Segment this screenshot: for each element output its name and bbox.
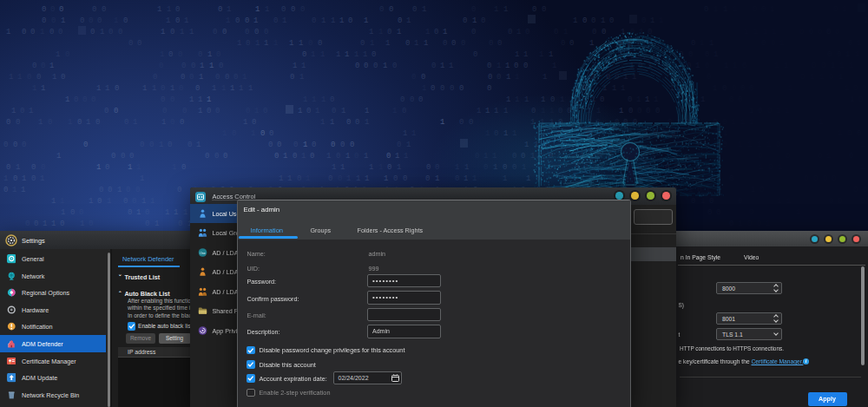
svg-text:0: 0 [387, 163, 391, 172]
svg-text:0: 0 [205, 152, 209, 161]
svg-text:0: 0 [235, 16, 240, 25]
svg-text:0: 0 [32, 62, 36, 70]
svg-text:1: 1 [198, 107, 202, 115]
svg-text:0: 0 [827, 50, 832, 59]
svg-text:0: 0 [223, 152, 227, 161]
svg-text:1: 1 [650, 16, 654, 25]
svg-text:1: 1 [196, 141, 201, 149]
svg-text:1: 1 [425, 28, 430, 36]
svg-text:1: 1 [303, 141, 307, 149]
svg-text:1: 1 [632, 73, 636, 82]
svg-text:0: 0 [181, 62, 186, 70]
svg-text:0: 0 [525, 28, 529, 36]
svg-text:1: 1 [411, 129, 416, 138]
svg-text:0: 0 [800, 73, 805, 82]
svg-text:1: 1 [784, 62, 788, 70]
svg-text:1: 1 [320, 50, 325, 59]
svg-text:1: 1 [723, 5, 727, 14]
svg-text:1: 1 [363, 50, 367, 59]
svg-text:1: 1 [170, 84, 174, 93]
svg-text:1: 1 [449, 62, 453, 70]
svg-text:0: 0 [346, 118, 351, 127]
svg-text:0: 0 [291, 5, 295, 14]
svg-text:0: 0 [863, 186, 867, 194]
svg-text:1: 1 [255, 5, 260, 14]
svg-text:0: 0 [263, 107, 267, 115]
svg-text:1: 1 [378, 163, 383, 172]
svg-text:0: 0 [443, 39, 447, 48]
svg-text:1: 1 [311, 50, 315, 59]
svg-text:1: 1 [227, 5, 231, 14]
svg-text:0: 0 [823, 174, 827, 183]
svg-text:0: 0 [132, 197, 136, 206]
svg-text:1: 1 [621, 28, 625, 36]
svg-text:0: 0 [222, 28, 227, 36]
svg-text:1: 1 [159, 141, 163, 149]
svg-text:0: 0 [268, 141, 273, 149]
svg-text:1: 1 [340, 163, 345, 172]
svg-text:1: 1 [299, 39, 303, 48]
svg-text:1: 1 [424, 39, 428, 48]
svg-text:1: 1 [12, 186, 16, 194]
svg-text:1: 1 [515, 73, 519, 82]
svg-text:0: 0 [705, 50, 709, 59]
svg-text:0: 0 [108, 28, 113, 36]
svg-text:0: 0 [274, 152, 279, 161]
svg-text:1: 1 [114, 16, 118, 25]
svg-text:0: 0 [312, 16, 316, 25]
svg-text:1: 1 [142, 84, 147, 93]
svg-text:1: 1 [283, 152, 287, 161]
svg-text:0: 0 [123, 16, 128, 25]
svg-text:1: 1 [506, 73, 510, 82]
svg-text:0: 0 [761, 5, 766, 14]
svg-text:1: 1 [392, 107, 397, 115]
svg-text:0: 0 [405, 39, 410, 48]
svg-text:1: 1 [700, 39, 704, 48]
svg-text:1: 1 [184, 16, 188, 25]
svg-text:0: 0 [497, 39, 502, 48]
svg-text:1: 1 [136, 163, 141, 172]
svg-text:0: 0 [189, 73, 194, 82]
svg-text:1: 1 [341, 107, 345, 115]
svg-text:0: 0 [179, 84, 183, 93]
svg-text:1: 1 [155, 220, 159, 228]
svg-text:0: 0 [137, 39, 141, 48]
svg-text:0: 0 [554, 28, 558, 36]
svg-text:1: 1 [695, 62, 700, 70]
svg-text:1: 1 [549, 50, 553, 59]
svg-text:0: 0 [269, 129, 273, 138]
svg-text:0: 0 [300, 5, 305, 14]
svg-text:1: 1 [51, 197, 56, 206]
svg-text:1: 1 [810, 73, 814, 82]
svg-text:0: 0 [264, 28, 268, 36]
svg-text:1: 1 [49, 62, 54, 70]
svg-text:0: 0 [252, 118, 256, 127]
svg-text:1: 1 [141, 197, 146, 206]
svg-text:1: 1 [40, 28, 44, 36]
svg-text:0: 0 [704, 5, 708, 14]
svg-text:0: 0 [400, 95, 404, 104]
svg-text:1: 1 [563, 28, 568, 36]
svg-text:1: 1 [315, 107, 319, 115]
svg-text:0: 0 [34, 220, 38, 228]
svg-text:0: 0 [213, 28, 217, 36]
svg-text:1: 1 [243, 118, 247, 127]
svg-text:0: 0 [13, 174, 17, 183]
svg-text:1: 1 [786, 197, 791, 206]
svg-text:0: 0 [89, 220, 93, 228]
svg-text:1: 1 [265, 5, 269, 14]
svg-text:1: 1 [255, 39, 260, 48]
svg-text:0: 0 [195, 84, 200, 93]
svg-text:1: 1 [253, 16, 258, 25]
svg-text:0: 0 [6, 118, 10, 127]
svg-text:0: 0 [857, 129, 861, 138]
svg-text:1: 1 [369, 163, 373, 172]
svg-text:0: 0 [293, 152, 297, 161]
svg-text:1: 1 [299, 73, 304, 82]
svg-text:1: 1 [287, 174, 292, 183]
svg-text:0: 0 [838, 197, 842, 206]
svg-text:1: 1 [354, 50, 358, 59]
svg-text:1: 1 [753, 28, 758, 36]
svg-text:1: 1 [264, 39, 268, 48]
svg-text:1: 1 [306, 174, 310, 183]
